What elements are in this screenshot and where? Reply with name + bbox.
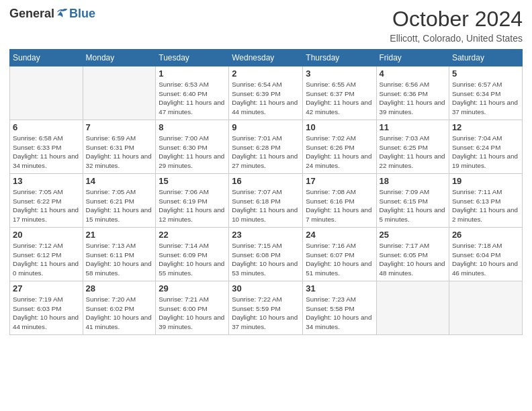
day-number: 13	[13, 176, 80, 186]
calendar-cell: 2Sunrise: 6:54 AM Sunset: 6:39 PM Daylig…	[229, 66, 303, 120]
day-info: Sunrise: 7:16 AM Sunset: 6:07 PM Dayligh…	[306, 241, 373, 278]
day-number: 23	[232, 230, 300, 240]
day-number: 29	[159, 283, 226, 293]
calendar-cell: 4Sunrise: 6:56 AM Sunset: 6:36 PM Daylig…	[376, 66, 449, 120]
day-number: 31	[306, 283, 373, 293]
day-info: Sunrise: 6:55 AM Sunset: 6:37 PM Dayligh…	[306, 80, 373, 117]
calendar-week-1: 6Sunrise: 6:58 AM Sunset: 6:33 PM Daylig…	[10, 120, 523, 174]
day-number: 25	[380, 230, 446, 240]
calendar-cell: 7Sunrise: 6:59 AM Sunset: 6:31 PM Daylig…	[83, 120, 156, 174]
day-info: Sunrise: 7:13 AM Sunset: 6:11 PM Dayligh…	[86, 241, 153, 278]
col-sunday: Sunday	[10, 50, 83, 66]
calendar-week-0: 1Sunrise: 6:53 AM Sunset: 6:40 PM Daylig…	[10, 66, 523, 120]
calendar-cell	[83, 66, 156, 120]
day-info: Sunrise: 7:11 AM Sunset: 6:13 PM Dayligh…	[452, 187, 519, 224]
calendar-week-4: 27Sunrise: 7:19 AM Sunset: 6:03 PM Dayli…	[10, 281, 523, 335]
day-info: Sunrise: 7:19 AM Sunset: 6:03 PM Dayligh…	[13, 295, 80, 332]
calendar-cell: 11Sunrise: 7:03 AM Sunset: 6:25 PM Dayli…	[376, 120, 449, 174]
calendar-cell: 27Sunrise: 7:19 AM Sunset: 6:03 PM Dayli…	[10, 281, 83, 335]
month-title: October 2024	[390, 7, 523, 32]
day-info: Sunrise: 7:22 AM Sunset: 5:59 PM Dayligh…	[232, 295, 300, 332]
day-number: 30	[232, 283, 300, 293]
col-monday: Monday	[83, 50, 156, 66]
col-friday: Friday	[376, 50, 449, 66]
day-number: 21	[86, 230, 153, 240]
col-saturday: Saturday	[449, 50, 522, 66]
day-info: Sunrise: 7:21 AM Sunset: 6:00 PM Dayligh…	[159, 295, 226, 332]
calendar-cell: 30Sunrise: 7:22 AM Sunset: 5:59 PM Dayli…	[229, 281, 303, 335]
location: Ellicott, Colorado, United States	[390, 33, 523, 44]
day-number: 14	[86, 176, 153, 186]
day-info: Sunrise: 6:53 AM Sunset: 6:40 PM Dayligh…	[159, 80, 226, 117]
day-number: 16	[232, 176, 300, 186]
day-number: 2	[232, 68, 300, 79]
day-number: 17	[306, 176, 373, 186]
calendar-cell: 24Sunrise: 7:16 AM Sunset: 6:07 PM Dayli…	[303, 228, 376, 281]
calendar-cell: 5Sunrise: 6:57 AM Sunset: 6:34 PM Daylig…	[449, 66, 522, 120]
calendar-cell: 14Sunrise: 7:05 AM Sunset: 6:21 PM Dayli…	[83, 174, 156, 228]
day-number: 3	[306, 68, 373, 79]
day-number: 27	[13, 283, 80, 293]
calendar-cell: 1Sunrise: 6:53 AM Sunset: 6:40 PM Daylig…	[156, 66, 229, 120]
day-number: 24	[306, 230, 373, 240]
logo-blue-text: Blue	[69, 7, 95, 21]
day-info: Sunrise: 7:23 AM Sunset: 5:58 PM Dayligh…	[306, 295, 373, 332]
col-tuesday: Tuesday	[156, 50, 229, 66]
logo-bird-icon	[56, 7, 69, 21]
day-info: Sunrise: 7:01 AM Sunset: 6:28 PM Dayligh…	[232, 134, 300, 171]
calendar-cell: 17Sunrise: 7:08 AM Sunset: 6:16 PM Dayli…	[303, 174, 376, 228]
calendar-cell	[376, 281, 449, 335]
logo: General Blue	[9, 7, 95, 21]
day-info: Sunrise: 7:12 AM Sunset: 6:12 PM Dayligh…	[13, 241, 80, 278]
calendar-cell: 31Sunrise: 7:23 AM Sunset: 5:58 PM Dayli…	[303, 281, 376, 335]
day-number: 22	[159, 230, 226, 240]
day-number: 12	[452, 122, 519, 132]
calendar-cell: 22Sunrise: 7:14 AM Sunset: 6:09 PM Dayli…	[156, 228, 229, 281]
day-info: Sunrise: 7:04 AM Sunset: 6:24 PM Dayligh…	[452, 134, 519, 171]
page: General Blue October 2024 Ellicott, Colo…	[0, 0, 532, 411]
day-number: 19	[452, 176, 519, 186]
day-info: Sunrise: 6:57 AM Sunset: 6:34 PM Dayligh…	[452, 80, 519, 117]
day-info: Sunrise: 7:18 AM Sunset: 6:04 PM Dayligh…	[452, 241, 519, 278]
calendar-cell: 28Sunrise: 7:20 AM Sunset: 6:02 PM Dayli…	[83, 281, 156, 335]
day-info: Sunrise: 7:05 AM Sunset: 6:21 PM Dayligh…	[86, 187, 153, 224]
logo-general-text: General	[9, 7, 54, 21]
day-number: 8	[159, 122, 226, 132]
day-info: Sunrise: 6:56 AM Sunset: 6:36 PM Dayligh…	[380, 80, 446, 117]
day-info: Sunrise: 7:05 AM Sunset: 6:22 PM Dayligh…	[13, 187, 80, 224]
day-info: Sunrise: 7:15 AM Sunset: 6:08 PM Dayligh…	[232, 241, 300, 278]
day-info: Sunrise: 6:59 AM Sunset: 6:31 PM Dayligh…	[86, 134, 153, 171]
col-thursday: Thursday	[303, 50, 376, 66]
calendar-cell: 3Sunrise: 6:55 AM Sunset: 6:37 PM Daylig…	[303, 66, 376, 120]
header: General Blue October 2024 Ellicott, Colo…	[9, 7, 523, 44]
day-number: 18	[380, 176, 446, 186]
day-info: Sunrise: 7:17 AM Sunset: 6:05 PM Dayligh…	[380, 241, 446, 278]
calendar-cell: 15Sunrise: 7:06 AM Sunset: 6:19 PM Dayli…	[156, 174, 229, 228]
calendar-cell	[449, 281, 522, 335]
day-number: 6	[13, 122, 80, 132]
calendar-cell: 13Sunrise: 7:05 AM Sunset: 6:22 PM Dayli…	[10, 174, 83, 228]
calendar-header-row: Sunday Monday Tuesday Wednesday Thursday…	[10, 50, 523, 66]
day-info: Sunrise: 6:58 AM Sunset: 6:33 PM Dayligh…	[13, 134, 80, 171]
day-info: Sunrise: 7:20 AM Sunset: 6:02 PM Dayligh…	[86, 295, 153, 332]
calendar-cell: 16Sunrise: 7:07 AM Sunset: 6:18 PM Dayli…	[229, 174, 303, 228]
calendar-cell: 18Sunrise: 7:09 AM Sunset: 6:15 PM Dayli…	[376, 174, 449, 228]
calendar-cell: 29Sunrise: 7:21 AM Sunset: 6:00 PM Dayli…	[156, 281, 229, 335]
day-info: Sunrise: 7:03 AM Sunset: 6:25 PM Dayligh…	[380, 134, 446, 171]
calendar-cell: 25Sunrise: 7:17 AM Sunset: 6:05 PM Dayli…	[376, 228, 449, 281]
calendar-cell: 9Sunrise: 7:01 AM Sunset: 6:28 PM Daylig…	[229, 120, 303, 174]
day-number: 15	[159, 176, 226, 186]
calendar-cell: 23Sunrise: 7:15 AM Sunset: 6:08 PM Dayli…	[229, 228, 303, 281]
calendar-cell: 12Sunrise: 7:04 AM Sunset: 6:24 PM Dayli…	[449, 120, 522, 174]
day-info: Sunrise: 7:06 AM Sunset: 6:19 PM Dayligh…	[159, 187, 226, 224]
day-number: 4	[380, 68, 446, 79]
day-info: Sunrise: 7:14 AM Sunset: 6:09 PM Dayligh…	[159, 241, 226, 278]
day-info: Sunrise: 6:54 AM Sunset: 6:39 PM Dayligh…	[232, 80, 300, 117]
day-number: 5	[452, 68, 519, 79]
day-number: 28	[86, 283, 153, 293]
day-number: 7	[86, 122, 153, 132]
day-number: 11	[380, 122, 446, 132]
calendar-cell: 8Sunrise: 7:00 AM Sunset: 6:30 PM Daylig…	[156, 120, 229, 174]
calendar-cell: 21Sunrise: 7:13 AM Sunset: 6:11 PM Dayli…	[83, 228, 156, 281]
day-info: Sunrise: 7:09 AM Sunset: 6:15 PM Dayligh…	[380, 187, 446, 224]
